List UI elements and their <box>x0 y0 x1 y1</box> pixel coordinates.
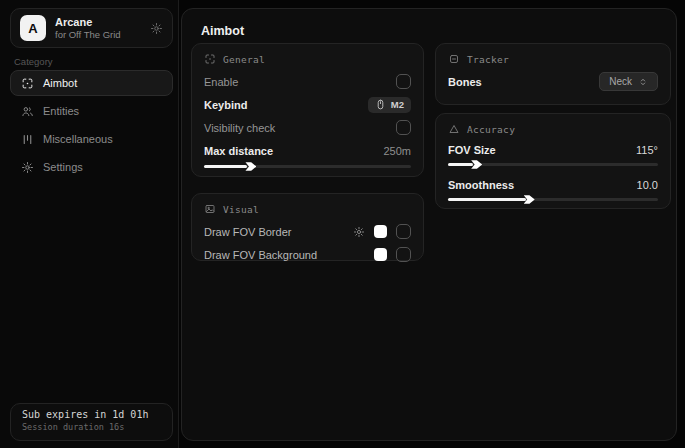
visibility-check-label: Visibility check <box>204 122 275 134</box>
smoothness-slider-fill <box>448 198 526 201</box>
fov-border-row: Draw FOV Border <box>204 220 411 243</box>
accuracy-card-title: Accuracy <box>467 124 515 135</box>
bones-label: Bones <box>448 76 482 88</box>
fov-background-color-swatch[interactable] <box>374 248 387 261</box>
fov-size-slider[interactable] <box>448 163 658 166</box>
fov-background-controls <box>374 247 411 262</box>
smoothness-label: Smoothness <box>448 179 514 191</box>
smoothness-slider[interactable] <box>448 198 658 201</box>
accuracy-card: Accuracy FOV Size 115° Smoothness 10.0 <box>435 113 671 209</box>
visual-card-header: Visual <box>204 203 411 215</box>
gear-icon <box>21 161 34 174</box>
gear-icon[interactable] <box>150 22 163 35</box>
fov-size-slider-thumb[interactable] <box>471 159 482 170</box>
sidebar-item-settings[interactable]: Settings <box>10 154 173 180</box>
fov-background-row: Draw FOV Background <box>204 243 411 266</box>
mouse-icon <box>375 99 386 110</box>
category-label: Category <box>14 56 53 67</box>
general-card: General Enable Keybind M2 Visibility che… <box>191 43 424 177</box>
main-panel: Aimbot General Enable Keybind <box>181 8 677 441</box>
enable-row: Enable <box>204 70 411 93</box>
sidebar-item-label: Aimbot <box>43 77 77 89</box>
crosshair-icon <box>204 53 216 65</box>
keybind-row: Keybind M2 <box>204 93 411 116</box>
app-logo: A <box>20 15 46 41</box>
app-subtitle: for Off The Grid <box>55 29 121 40</box>
tracker-card-title: Tracker <box>467 54 509 65</box>
accuracy-card-header: Accuracy <box>448 123 658 135</box>
columns-icon <box>21 133 34 146</box>
sidebar-item-label: Miscellaneous <box>43 133 113 145</box>
visibility-check-checkbox[interactable] <box>396 120 411 135</box>
bones-row: Bones Neck <box>448 70 658 93</box>
crosshair-icon <box>21 77 34 90</box>
sidebar-item-miscellaneous[interactable]: Miscellaneous <box>10 126 173 152</box>
session-duration-text: Session duration 16s <box>22 422 161 432</box>
visual-card: Visual Draw FOV Border Draw FOV Backgrou… <box>191 193 424 261</box>
tracker-card: Tracker Bones Neck <box>435 43 671 105</box>
entities-icon <box>21 105 34 118</box>
fov-size-slider-fill <box>448 163 473 166</box>
brand-text: Arcane for Off The Grid <box>55 16 121 40</box>
max-distance-slider[interactable] <box>204 165 411 168</box>
fov-border-color-swatch[interactable] <box>374 225 387 238</box>
sidebar-nav: Aimbot Entities Miscellaneous <box>10 70 173 180</box>
fov-size-row: FOV Size 115° <box>448 140 658 160</box>
tracker-card-header: Tracker <box>448 53 658 65</box>
fov-background-label: Draw FOV Background <box>204 249 317 261</box>
image-icon <box>204 203 216 215</box>
smoothness-slider-thumb[interactable] <box>524 194 535 205</box>
fov-size-label: FOV Size <box>448 144 496 156</box>
bones-selected-value: Neck <box>609 76 632 87</box>
fov-border-label: Draw FOV Border <box>204 226 291 238</box>
app-name: Arcane <box>55 16 121 28</box>
visibility-check-row: Visibility check <box>204 116 411 139</box>
max-distance-label: Max distance <box>204 145 273 157</box>
sidebar-item-aimbot[interactable]: Aimbot <box>10 70 173 96</box>
triangle-icon <box>448 123 460 135</box>
sidebar-item-label: Entities <box>43 105 79 117</box>
max-distance-slider-thumb[interactable] <box>245 161 256 172</box>
smoothness-row: Smoothness 10.0 <box>448 175 658 195</box>
gear-icon[interactable] <box>353 226 365 238</box>
max-distance-value: 250m <box>383 145 411 157</box>
fov-size-value: 115° <box>636 144 658 156</box>
sidebar: A Arcane for Off The Grid Category Aimbo… <box>0 0 179 448</box>
enable-checkbox[interactable] <box>396 74 411 89</box>
subscription-card: Sub expires in 1d 01h Session duration 1… <box>10 403 173 441</box>
sub-expiry-text: Sub expires in 1d 01h <box>22 409 161 420</box>
smoothness-value: 10.0 <box>637 179 658 191</box>
fov-border-checkbox[interactable] <box>396 224 411 239</box>
visual-card-title: Visual <box>223 204 259 215</box>
general-card-header: General <box>204 53 411 65</box>
max-distance-row: Max distance 250m <box>204 139 411 162</box>
sidebar-item-entities[interactable]: Entities <box>10 98 173 124</box>
fov-background-checkbox[interactable] <box>396 247 411 262</box>
fov-border-controls <box>353 224 411 239</box>
sidebar-item-label: Settings <box>43 161 83 173</box>
tracker-icon <box>448 53 460 65</box>
general-card-title: General <box>223 54 265 65</box>
brand-card: A Arcane for Off The Grid <box>10 8 173 48</box>
bones-select[interactable]: Neck <box>599 72 658 91</box>
max-distance-slider-fill <box>204 165 247 168</box>
keybind-label: Keybind <box>204 99 247 111</box>
page-title: Aimbot <box>201 24 244 38</box>
chevrons-up-down-icon <box>638 77 648 87</box>
keybind-button[interactable]: M2 <box>368 97 411 113</box>
keybind-value: M2 <box>391 99 404 110</box>
enable-label: Enable <box>204 76 238 88</box>
